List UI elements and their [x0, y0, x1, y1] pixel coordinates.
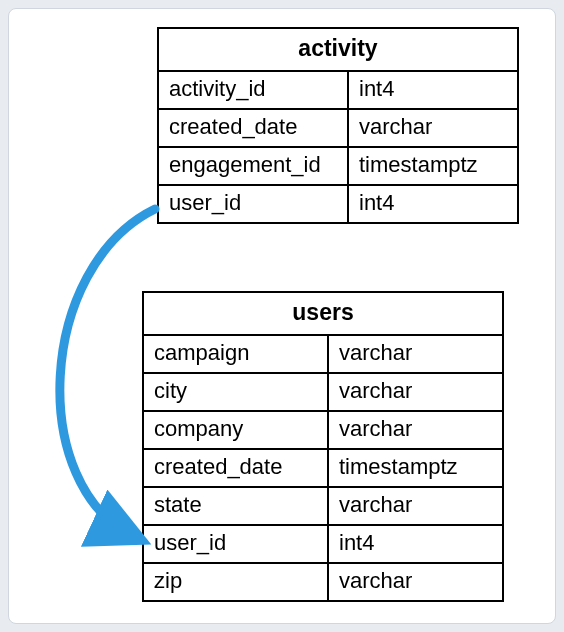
- column-name: zip: [143, 563, 328, 601]
- tables-container: activity activity_id int4 created_date v…: [27, 27, 537, 605]
- table-title-activity: activity: [158, 28, 518, 71]
- table-row: state varchar: [143, 487, 503, 525]
- schema-table-activity: activity activity_id int4 created_date v…: [157, 27, 519, 224]
- table-row: city varchar: [143, 373, 503, 411]
- column-type: int4: [328, 525, 503, 563]
- column-name: user_id: [143, 525, 328, 563]
- column-type: varchar: [328, 563, 503, 601]
- column-name: created_date: [143, 449, 328, 487]
- column-type: varchar: [328, 411, 503, 449]
- schema-table-users: users campaign varchar city varchar comp…: [142, 291, 504, 602]
- table-row: created_date varchar: [158, 109, 518, 147]
- table-row: user_id int4: [158, 185, 518, 223]
- column-type: varchar: [328, 487, 503, 525]
- table-title-users: users: [143, 292, 503, 335]
- table-row: user_id int4: [143, 525, 503, 563]
- table-row: activity_id int4: [158, 71, 518, 109]
- column-name: city: [143, 373, 328, 411]
- column-type: timestamptz: [328, 449, 503, 487]
- table-row: company varchar: [143, 411, 503, 449]
- table-row: created_date timestamptz: [143, 449, 503, 487]
- column-name: campaign: [143, 335, 328, 373]
- column-name: company: [143, 411, 328, 449]
- column-name: state: [143, 487, 328, 525]
- diagram-card: activity activity_id int4 created_date v…: [8, 8, 556, 624]
- column-type: timestamptz: [348, 147, 518, 185]
- column-name: engagement_id: [158, 147, 348, 185]
- table-row: engagement_id timestamptz: [158, 147, 518, 185]
- column-name: activity_id: [158, 71, 348, 109]
- table-row: campaign varchar: [143, 335, 503, 373]
- column-type: int4: [348, 71, 518, 109]
- column-name: user_id: [158, 185, 348, 223]
- column-type: varchar: [328, 335, 503, 373]
- column-type: varchar: [348, 109, 518, 147]
- column-type: int4: [348, 185, 518, 223]
- table-row: zip varchar: [143, 563, 503, 601]
- column-type: varchar: [328, 373, 503, 411]
- column-name: created_date: [158, 109, 348, 147]
